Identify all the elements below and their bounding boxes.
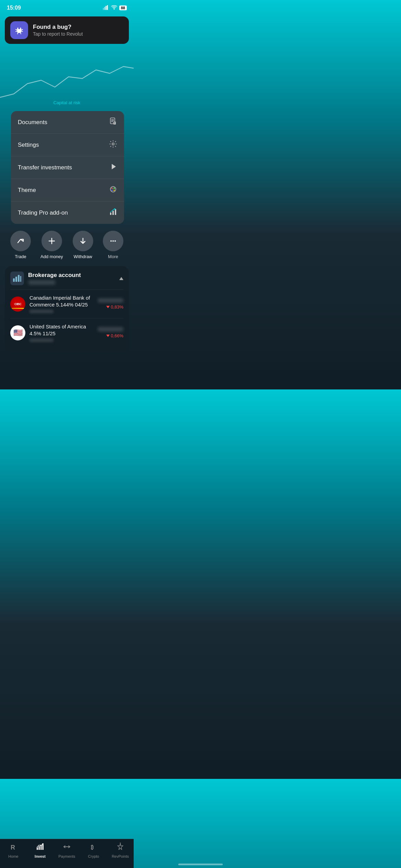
usa-performance: 0,66% [98, 327, 123, 338]
svg-point-22 [110, 186, 116, 192]
svg-point-33 [110, 240, 112, 242]
dropdown-settings-label: Settings [18, 142, 39, 148]
cibc-holding-name: Canadian Imperial Bank of Commerce 5.144… [29, 294, 94, 308]
dropdown-item-documents[interactable]: Documents [11, 111, 124, 134]
dropdown-item-settings[interactable]: Settings [11, 134, 124, 156]
svg-point-4 [113, 9, 114, 10]
status-bar: 15:09 88 [0, 0, 134, 14]
svg-rect-37 [15, 277, 17, 282]
svg-point-6 [18, 27, 20, 29]
dropdown-menu: Documents Settings Transfer investments [11, 111, 124, 224]
bug-icon [10, 21, 28, 39]
cibc-details: Canadian Imperial Bank of Commerce 5.144… [29, 294, 94, 313]
bug-notification[interactable]: Found a bug? Tap to report to Revolut [5, 16, 129, 44]
action-buttons: Trade Add money Withdraw More [0, 224, 134, 263]
more-circle [103, 231, 123, 251]
chevron-up-icon [119, 277, 123, 280]
usa-flag-logo: 🇺🇸 [10, 325, 25, 340]
svg-marker-21 [112, 164, 116, 169]
svg-line-11 [17, 33, 18, 34]
svg-rect-28 [112, 211, 114, 215]
account-header-left: Brokerage account [10, 272, 81, 285]
brokerage-account-icon [10, 272, 24, 285]
wifi-icon [111, 5, 117, 11]
down-arrow-icon-2 [106, 335, 110, 337]
svg-rect-3 [107, 5, 108, 10]
bug-notification-subtitle: Tap to report to Revolut [33, 31, 83, 37]
svg-line-10 [21, 31, 23, 32]
status-time: 15:09 [7, 5, 21, 11]
svg-point-34 [112, 240, 114, 242]
settings-icon [109, 140, 117, 150]
cibc-change-value: 0,83% [111, 304, 123, 310]
brokerage-account-title: Brokerage account [28, 272, 81, 279]
battery-level: 88 [119, 5, 127, 10]
svg-rect-0 [103, 8, 104, 10]
bug-notification-text: Found a bug? Tap to report to Revolut [33, 24, 83, 37]
theme-icon [109, 185, 117, 195]
svg-point-35 [114, 240, 116, 242]
usa-change: 0,66% [98, 333, 123, 338]
transfer-icon [109, 162, 117, 172]
add-money-button[interactable]: Add money [40, 231, 63, 259]
trade-button[interactable]: Trade [10, 231, 31, 259]
withdraw-label: Withdraw [74, 254, 92, 259]
withdraw-circle [73, 231, 93, 251]
svg-line-8 [21, 29, 23, 30]
withdraw-button[interactable]: Withdraw [73, 231, 93, 259]
svg-rect-36 [13, 278, 15, 282]
down-arrow-icon [106, 306, 110, 308]
svg-line-7 [16, 29, 17, 30]
usa-holding-name: United States of America 4.5% 11/25 [29, 323, 94, 337]
account-collapse-icon[interactable] [119, 275, 123, 281]
dropdown-transfer-label: Transfer investments [18, 164, 72, 171]
dropdown-item-trading-pro[interactable]: Trading Pro add-on [11, 202, 124, 224]
trade-label: Trade [15, 254, 26, 259]
chart-background: Capital at risk [0, 49, 134, 111]
svg-rect-1 [104, 7, 105, 10]
account-header: Brokerage account [10, 272, 123, 285]
svg-rect-2 [106, 6, 107, 10]
svg-point-26 [113, 190, 115, 191]
holding-usa[interactable]: 🇺🇸 United States of America 4.5% 11/25 0… [10, 318, 123, 347]
svg-point-23 [111, 188, 113, 189]
usa-value-blurred [29, 338, 53, 342]
svg-point-24 [113, 188, 115, 189]
dropdown-theme-label: Theme [18, 187, 36, 194]
holding-cibc[interactable]: CIBC Canadian Imperial Bank of Commerce … [10, 289, 123, 318]
status-icons: 88 [103, 5, 127, 11]
more-label: More [108, 254, 118, 259]
capital-at-risk-text: Capital at risk [53, 100, 81, 105]
account-info: Brokerage account [28, 272, 81, 285]
svg-rect-27 [110, 213, 111, 215]
cibc-change: 0,83% [98, 304, 123, 310]
cibc-value-blurred [29, 310, 53, 313]
documents-icon [109, 117, 117, 127]
svg-line-12 [21, 33, 21, 34]
cibc-logo: CIBC [10, 297, 25, 312]
svg-rect-38 [18, 275, 20, 282]
cibc-price-blurred [98, 298, 123, 303]
usa-details: United States of America 4.5% 11/25 [29, 323, 94, 342]
trade-button-circle [10, 231, 31, 251]
dropdown-documents-label: Documents [18, 119, 47, 126]
svg-line-9 [16, 31, 17, 32]
account-value-blurred [28, 280, 56, 285]
signal-icon [103, 5, 109, 11]
usa-change-value: 0,66% [111, 333, 123, 338]
dropdown-item-transfer[interactable]: Transfer investments [11, 156, 124, 179]
usa-price-blurred [98, 327, 123, 331]
add-money-label: Add money [40, 254, 63, 259]
brokerage-account-section: Brokerage account CIBC Canadian Imperial… [5, 266, 129, 352]
cibc-performance: 0,83% [98, 298, 123, 310]
dropdown-trading-label: Trading Pro add-on [18, 209, 68, 216]
trading-pro-icon [109, 208, 117, 218]
add-money-circle [41, 231, 62, 251]
more-button[interactable]: More [103, 231, 123, 259]
bug-notification-title: Found a bug? [33, 24, 83, 31]
svg-point-25 [111, 190, 113, 191]
svg-point-20 [112, 143, 114, 145]
svg-rect-39 [20, 276, 21, 282]
dropdown-item-theme[interactable]: Theme [11, 179, 124, 202]
